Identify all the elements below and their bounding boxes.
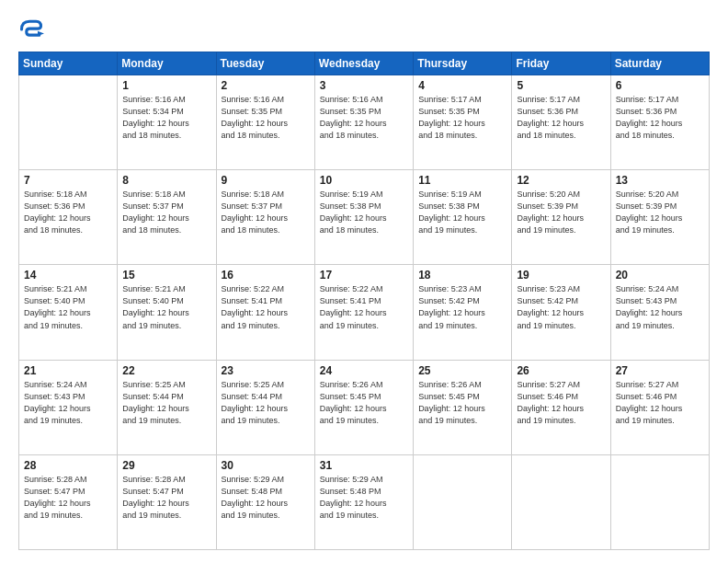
calendar-cell: 25Sunrise: 5:26 AM Sunset: 5:45 PM Dayli… — [414, 360, 512, 454]
day-number: 24 — [320, 364, 408, 377]
header — [18, 17, 710, 42]
calendar-cell: 7Sunrise: 5:18 AM Sunset: 5:36 PM Daylig… — [19, 170, 118, 265]
day-number: 3 — [320, 79, 408, 92]
calendar-cell: 23Sunrise: 5:25 AM Sunset: 5:44 PM Dayli… — [216, 360, 314, 454]
calendar-cell: 31Sunrise: 5:29 AM Sunset: 5:48 PM Dayli… — [314, 454, 413, 549]
day-info: Sunrise: 5:20 AM Sunset: 5:39 PM Dayligh… — [517, 189, 605, 236]
week-row-5: 28Sunrise: 5:28 AM Sunset: 5:47 PM Dayli… — [19, 454, 710, 549]
calendar-cell: 24Sunrise: 5:26 AM Sunset: 5:45 PM Dayli… — [314, 360, 413, 454]
calendar-cell — [414, 454, 512, 549]
weekday-header-wednesday: Wednesday — [314, 52, 413, 75]
day-info: Sunrise: 5:27 AM Sunset: 5:46 PM Dayligh… — [616, 379, 704, 427]
day-info: Sunrise: 5:23 AM Sunset: 5:42 PM Dayligh… — [418, 283, 506, 331]
calendar-cell — [19, 75, 118, 170]
calendar-cell: 30Sunrise: 5:29 AM Sunset: 5:48 PM Dayli… — [216, 454, 314, 549]
day-info: Sunrise: 5:22 AM Sunset: 5:41 PM Dayligh… — [222, 283, 310, 331]
day-info: Sunrise: 5:26 AM Sunset: 5:45 PM Dayligh… — [418, 379, 506, 427]
day-number: 23 — [222, 364, 310, 377]
calendar-cell: 3Sunrise: 5:16 AM Sunset: 5:35 PM Daylig… — [314, 75, 413, 170]
day-number: 20 — [616, 269, 704, 282]
day-info: Sunrise: 5:25 AM Sunset: 5:44 PM Dayligh… — [122, 379, 210, 427]
day-info: Sunrise: 5:16 AM Sunset: 5:34 PM Dayligh… — [122, 94, 210, 142]
day-info: Sunrise: 5:16 AM Sunset: 5:35 PM Dayligh… — [320, 94, 408, 142]
day-number: 30 — [222, 459, 310, 472]
day-number: 4 — [418, 79, 506, 92]
week-row-2: 7Sunrise: 5:18 AM Sunset: 5:36 PM Daylig… — [19, 170, 710, 265]
calendar-cell: 28Sunrise: 5:28 AM Sunset: 5:47 PM Dayli… — [19, 454, 118, 549]
calendar-cell: 5Sunrise: 5:17 AM Sunset: 5:36 PM Daylig… — [512, 75, 610, 170]
day-number: 21 — [24, 364, 112, 377]
day-info: Sunrise: 5:17 AM Sunset: 5:36 PM Dayligh… — [616, 94, 704, 142]
day-info: Sunrise: 5:17 AM Sunset: 5:36 PM Dayligh… — [517, 94, 605, 142]
weekday-header-thursday: Thursday — [414, 52, 512, 75]
weekday-header-sunday: Sunday — [19, 52, 118, 75]
week-row-4: 21Sunrise: 5:24 AM Sunset: 5:43 PM Dayli… — [19, 360, 710, 454]
day-number: 19 — [517, 269, 605, 282]
weekday-header-saturday: Saturday — [610, 52, 709, 75]
weekday-header-friday: Friday — [512, 52, 610, 75]
day-number: 28 — [24, 459, 112, 472]
day-info: Sunrise: 5:23 AM Sunset: 5:42 PM Dayligh… — [517, 283, 605, 331]
day-number: 10 — [320, 174, 408, 187]
day-number: 17 — [320, 269, 408, 282]
weekday-header-row: SundayMondayTuesdayWednesdayThursdayFrid… — [19, 52, 710, 75]
day-info: Sunrise: 5:18 AM Sunset: 5:36 PM Dayligh… — [24, 189, 112, 236]
weekday-header-monday: Monday — [118, 52, 216, 75]
day-info: Sunrise: 5:26 AM Sunset: 5:45 PM Dayligh… — [320, 379, 408, 427]
day-info: Sunrise: 5:28 AM Sunset: 5:47 PM Dayligh… — [122, 474, 210, 522]
day-info: Sunrise: 5:24 AM Sunset: 5:43 PM Dayligh… — [616, 283, 704, 331]
day-number: 12 — [517, 174, 605, 187]
calendar-cell: 6Sunrise: 5:17 AM Sunset: 5:36 PM Daylig… — [610, 75, 709, 170]
day-number: 13 — [616, 174, 704, 187]
calendar-cell: 18Sunrise: 5:23 AM Sunset: 5:42 PM Dayli… — [414, 265, 512, 360]
logo-icon — [18, 17, 44, 42]
calendar-cell: 29Sunrise: 5:28 AM Sunset: 5:47 PM Dayli… — [118, 454, 216, 549]
calendar-cell: 10Sunrise: 5:19 AM Sunset: 5:38 PM Dayli… — [314, 170, 413, 265]
calendar-cell: 20Sunrise: 5:24 AM Sunset: 5:43 PM Dayli… — [610, 265, 709, 360]
day-info: Sunrise: 5:29 AM Sunset: 5:48 PM Dayligh… — [320, 474, 408, 522]
calendar-cell: 26Sunrise: 5:27 AM Sunset: 5:46 PM Dayli… — [512, 360, 610, 454]
day-number: 31 — [320, 459, 408, 472]
day-info: Sunrise: 5:18 AM Sunset: 5:37 PM Dayligh… — [122, 189, 210, 236]
day-info: Sunrise: 5:28 AM Sunset: 5:47 PM Dayligh… — [24, 474, 112, 522]
day-info: Sunrise: 5:19 AM Sunset: 5:38 PM Dayligh… — [320, 189, 408, 236]
calendar-cell: 2Sunrise: 5:16 AM Sunset: 5:35 PM Daylig… — [216, 75, 314, 170]
day-info: Sunrise: 5:29 AM Sunset: 5:48 PM Dayligh… — [222, 474, 310, 522]
day-number: 29 — [122, 459, 210, 472]
day-number: 7 — [24, 174, 112, 187]
day-number: 16 — [222, 269, 310, 282]
day-info: Sunrise: 5:16 AM Sunset: 5:35 PM Dayligh… — [222, 94, 310, 142]
day-info: Sunrise: 5:19 AM Sunset: 5:38 PM Dayligh… — [418, 189, 506, 236]
day-number: 6 — [616, 79, 704, 92]
day-number: 18 — [418, 269, 506, 282]
calendar-cell: 4Sunrise: 5:17 AM Sunset: 5:35 PM Daylig… — [414, 75, 512, 170]
calendar-table: SundayMondayTuesdayWednesdayThursdayFrid… — [18, 52, 710, 550]
day-number: 1 — [122, 79, 210, 92]
day-number: 14 — [24, 269, 112, 282]
logo — [18, 17, 48, 42]
calendar-cell: 19Sunrise: 5:23 AM Sunset: 5:42 PM Dayli… — [512, 265, 610, 360]
day-number: 26 — [517, 364, 605, 377]
week-row-1: 1Sunrise: 5:16 AM Sunset: 5:34 PM Daylig… — [19, 75, 710, 170]
day-info: Sunrise: 5:21 AM Sunset: 5:40 PM Dayligh… — [24, 283, 112, 331]
calendar-cell: 13Sunrise: 5:20 AM Sunset: 5:39 PM Dayli… — [610, 170, 709, 265]
week-row-3: 14Sunrise: 5:21 AM Sunset: 5:40 PM Dayli… — [19, 265, 710, 360]
calendar-cell: 1Sunrise: 5:16 AM Sunset: 5:34 PM Daylig… — [118, 75, 216, 170]
day-info: Sunrise: 5:24 AM Sunset: 5:43 PM Dayligh… — [24, 379, 112, 427]
day-number: 22 — [122, 364, 210, 377]
day-number: 27 — [616, 364, 704, 377]
calendar-cell: 8Sunrise: 5:18 AM Sunset: 5:37 PM Daylig… — [118, 170, 216, 265]
calendar-cell: 9Sunrise: 5:18 AM Sunset: 5:37 PM Daylig… — [216, 170, 314, 265]
day-info: Sunrise: 5:27 AM Sunset: 5:46 PM Dayligh… — [517, 379, 605, 427]
day-info: Sunrise: 5:21 AM Sunset: 5:40 PM Dayligh… — [122, 283, 210, 331]
calendar-cell: 21Sunrise: 5:24 AM Sunset: 5:43 PM Dayli… — [19, 360, 118, 454]
day-number: 8 — [122, 174, 210, 187]
calendar-cell: 22Sunrise: 5:25 AM Sunset: 5:44 PM Dayli… — [118, 360, 216, 454]
day-info: Sunrise: 5:20 AM Sunset: 5:39 PM Dayligh… — [616, 189, 704, 236]
day-info: Sunrise: 5:18 AM Sunset: 5:37 PM Dayligh… — [222, 189, 310, 236]
calendar-cell: 11Sunrise: 5:19 AM Sunset: 5:38 PM Dayli… — [414, 170, 512, 265]
day-number: 11 — [418, 174, 506, 187]
day-number: 15 — [122, 269, 210, 282]
day-info: Sunrise: 5:25 AM Sunset: 5:44 PM Dayligh… — [222, 379, 310, 427]
calendar-cell — [512, 454, 610, 549]
